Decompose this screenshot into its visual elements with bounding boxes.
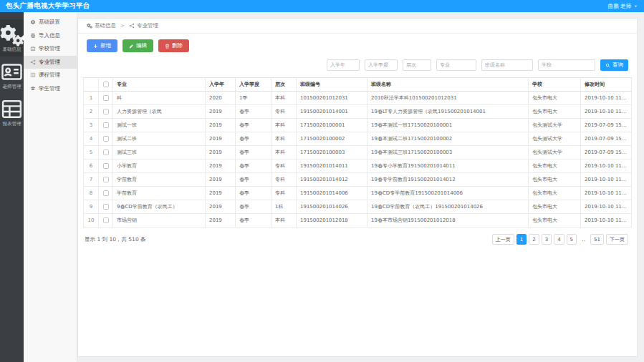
majors-table: 专业入学年入学季度层次班级编号班级名称学校修改时间 1科20201季本科1015… (83, 77, 632, 228)
submenu-item-school-mgmt[interactable]: 学校管理 (24, 42, 77, 56)
row-index: 1 (84, 92, 99, 105)
sidebar-item-report-mgmt[interactable]: 报表管理 (0, 94, 24, 131)
breadcrumb-item[interactable]: 基础信息 (87, 22, 116, 29)
table-cell: 2019 (206, 214, 236, 228)
submenu-item-label: 基础设置 (39, 19, 60, 26)
page-button-2[interactable]: 2 (529, 234, 539, 245)
filter-input-4[interactable] (436, 59, 476, 71)
row-checkbox-cell (99, 187, 113, 200)
table-cell: 9春CD学前教育（农民工） (113, 200, 206, 214)
table-cell: 包头测试大学 (529, 119, 581, 132)
row-checkbox[interactable] (103, 190, 109, 196)
add-button-label: 新增 (100, 42, 111, 49)
app-title: 包头广播电视大学学习平台 (6, 1, 90, 11)
column-header: 专业 (113, 78, 206, 92)
user-menu[interactable]: 曲鹏 老师 (608, 3, 638, 10)
row-checkbox[interactable] (103, 150, 109, 155)
row-index: 9 (84, 200, 99, 214)
table-row[interactable]: 3测试一班2019春季本科1715002010000119春本测试一班17150… (84, 119, 632, 132)
breadcrumb-label: 基础信息 (95, 22, 116, 29)
caret-down-icon (633, 4, 638, 9)
table-cell: 17150020100002 (297, 132, 367, 146)
row-checkbox-cell (99, 92, 113, 105)
row-checkbox[interactable] (103, 217, 109, 223)
breadcrumb: 基础信息>专业管理 (78, 19, 637, 34)
gears-icon (0, 23, 24, 47)
breadcrumb-item[interactable]: 专业管理 (129, 22, 158, 29)
row-checkbox[interactable] (103, 136, 109, 142)
table-row[interactable]: 5测试三班2019春季本科1715002010000319春本测试三班17150… (84, 146, 632, 160)
filter-input-6[interactable] (538, 59, 595, 71)
record-summary: 显示 1 到 10，共 510 条 (85, 236, 146, 243)
filter-bar: 查询 (78, 54, 637, 71)
row-checkbox-cell (99, 160, 113, 173)
table-row[interactable]: 7学前教育2019春季专科19150020101401219春专学前教育1915… (84, 173, 632, 187)
table-cell: 春季 (236, 187, 271, 200)
submenu-item-major-mgmt[interactable]: 专业管理 (24, 56, 77, 69)
filter-input-3[interactable] (403, 59, 431, 71)
secondary-sidebar: 基础设置导入信息学校管理专业管理课程管理学生管理 (24, 12, 77, 362)
table-cell: 2019 (206, 119, 236, 132)
table-cell: 2019 (206, 105, 236, 119)
filter-input-1[interactable] (327, 59, 360, 71)
delete-button[interactable]: 删除 (158, 39, 189, 52)
submenu-item-import-info[interactable]: 导入信息 (24, 29, 77, 43)
table-row[interactable]: 8学前教育2019春季专科19150020101400619春CD专学前教育19… (84, 187, 632, 200)
toolbar: 新增 编辑 删除 (78, 34, 637, 54)
table-row[interactable]: 2人力资源管理（农民2019春季专科19150020101400119春LT专人… (84, 105, 632, 119)
breadcrumb-separator: > (119, 23, 126, 29)
table-row[interactable]: 99春CD学前教育（农民工）2019春季1科19150020101402619春… (84, 200, 632, 214)
table-cell: 2019 (206, 146, 236, 160)
table-cell: 春季 (236, 146, 271, 160)
row-index: 10 (84, 214, 99, 228)
page-button-5[interactable]: 5 (567, 234, 577, 245)
submenu-item-label: 专业管理 (39, 59, 60, 66)
table-row[interactable]: 1科20201季本科1015002010120312010秋法学本科101500… (84, 92, 632, 105)
search-button[interactable]: 查询 (600, 59, 628, 71)
page-button-51[interactable]: 51 (590, 234, 604, 245)
row-checkbox[interactable] (103, 122, 109, 128)
select-all-checkbox[interactable] (103, 82, 109, 87)
table-cell: 191500201014026 (297, 200, 367, 214)
submenu-item-label: 导入信息 (39, 32, 60, 39)
row-checkbox[interactable] (103, 177, 109, 182)
column-header: 班级编号 (297, 78, 367, 92)
next-page-button[interactable]: 下一页 (606, 234, 628, 245)
table-cell: 包头市电大 (529, 200, 581, 214)
row-checkbox[interactable] (103, 163, 109, 169)
page-button-3[interactable]: 3 (542, 234, 552, 245)
submenu-item-student-mgmt[interactable]: 学生管理 (24, 82, 77, 96)
table-row[interactable]: 4测试二班2019春季本科1715002010000219春本测试二班17150… (84, 132, 632, 146)
table-cell: 春季 (236, 119, 271, 132)
add-button[interactable]: 新增 (87, 39, 117, 52)
table-row[interactable]: 10市场营销2019春季本科19150020101201819春本市场营销191… (84, 214, 632, 228)
table-cell: 1科 (271, 200, 297, 214)
plus-icon (93, 44, 98, 49)
sidebar-item-basic-info[interactable]: 基础信息 (0, 19, 24, 57)
filter-input-5[interactable] (481, 59, 533, 71)
column-header: 层次 (271, 78, 297, 92)
idcard-icon (0, 60, 24, 84)
prev-page-button[interactable]: 上一页 (492, 234, 514, 245)
table-cell: 2019-10-10 11:16:33 (581, 214, 632, 228)
row-checkbox[interactable] (103, 109, 109, 114)
table-cell: 2019-10-10 11:16:33 (581, 187, 632, 200)
table-cell: 人力资源管理（农民 (113, 105, 206, 119)
submenu-item-course-mgmt[interactable]: 课程管理 (24, 69, 77, 82)
submenu-item-basic-settings[interactable]: 基础设置 (24, 16, 77, 29)
pagination: 上一页12345..51下一页 (492, 234, 628, 245)
filter-input-2[interactable] (365, 59, 398, 71)
row-checkbox[interactable] (103, 204, 109, 210)
table-row[interactable]: 6小学教育2019春季专科19150020101401119春专小学教育1915… (84, 160, 632, 173)
column-header: 修改时间 (581, 78, 632, 92)
page-button-1[interactable]: 1 (516, 234, 527, 245)
edit-button[interactable]: 编辑 (122, 39, 153, 52)
sidebar-item-label: 老师管理 (0, 84, 24, 89)
page-button-4[interactable]: 4 (554, 234, 564, 245)
row-checkbox-cell (99, 200, 113, 214)
table-cell: 专科 (271, 173, 297, 187)
major-icon (30, 59, 36, 65)
submenu-item-label: 学校管理 (39, 45, 60, 52)
sidebar-item-teacher-mgmt[interactable]: 老师管理 (0, 57, 24, 94)
row-checkbox[interactable] (103, 95, 109, 101)
